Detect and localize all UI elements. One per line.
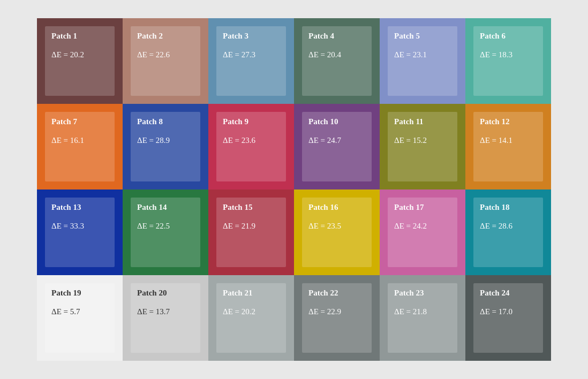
patch-inner-13: Patch 13ΔE = 33.3	[45, 198, 115, 267]
patch-cell-19: Patch 19ΔE = 5.7	[37, 275, 123, 361]
patch-name-13: Patch 13	[51, 203, 81, 212]
patch-grid: Patch 1ΔE = 20.2Patch 2ΔE = 22.6Patch 3Δ…	[33, 14, 555, 365]
patch-name-5: Patch 5	[394, 32, 420, 41]
patch-delta-16: ΔE = 23.5	[308, 222, 341, 231]
patch-delta-7: ΔE = 16.1	[51, 136, 84, 145]
patch-inner-24: Patch 24ΔE = 17.0	[473, 283, 543, 353]
patch-delta-10: ΔE = 24.7	[308, 136, 341, 145]
patch-delta-18: ΔE = 28.6	[480, 222, 512, 231]
patch-cell-5: Patch 5ΔE = 23.1	[380, 18, 465, 104]
patch-delta-15: ΔE = 21.9	[223, 222, 255, 231]
patch-inner-20: Patch 20ΔE = 13.7	[131, 283, 200, 353]
patch-cell-18: Patch 18ΔE = 28.6	[465, 190, 551, 275]
patch-inner-2: Patch 2ΔE = 22.6	[131, 26, 200, 96]
patch-name-20: Patch 20	[137, 289, 167, 298]
patch-cell-12: Patch 12ΔE = 14.1	[465, 104, 551, 190]
patch-delta-19: ΔE = 5.7	[51, 307, 80, 316]
patch-delta-24: ΔE = 17.0	[480, 307, 512, 316]
patch-cell-3: Patch 3ΔE = 27.3	[208, 18, 294, 104]
patch-inner-21: Patch 21ΔE = 20.2	[216, 283, 286, 353]
patch-inner-9: Patch 9ΔE = 23.6	[216, 112, 286, 181]
patch-cell-21: Patch 21ΔE = 20.2	[208, 275, 294, 361]
patch-name-23: Patch 23	[394, 289, 424, 298]
patch-cell-13: Patch 13ΔE = 33.3	[37, 190, 123, 275]
patch-delta-13: ΔE = 33.3	[51, 222, 84, 231]
patch-cell-6: Patch 6ΔE = 18.3	[465, 18, 551, 104]
patch-delta-6: ΔE = 18.3	[480, 50, 512, 59]
patch-delta-8: ΔE = 28.9	[137, 136, 170, 145]
patch-name-24: Patch 24	[480, 289, 509, 298]
patch-cell-20: Patch 20ΔE = 13.7	[123, 275, 208, 361]
patch-delta-2: ΔE = 22.6	[137, 50, 170, 59]
patch-cell-4: Patch 4ΔE = 20.4	[294, 18, 380, 104]
patch-inner-8: Patch 8ΔE = 28.9	[131, 112, 200, 181]
patch-cell-11: Patch 11ΔE = 15.2	[380, 104, 465, 190]
patch-delta-11: ΔE = 15.2	[394, 136, 427, 145]
patch-inner-4: Patch 4ΔE = 20.4	[302, 26, 372, 96]
patch-cell-16: Patch 16ΔE = 23.5	[294, 190, 380, 275]
patch-delta-9: ΔE = 23.6	[223, 136, 255, 145]
patch-inner-19: Patch 19ΔE = 5.7	[45, 283, 115, 353]
patch-delta-20: ΔE = 13.7	[137, 307, 170, 316]
patch-name-22: Patch 22	[308, 289, 338, 298]
patch-delta-4: ΔE = 20.4	[308, 50, 341, 59]
patch-inner-17: Patch 17ΔE = 24.2	[388, 198, 457, 267]
patch-inner-6: Patch 6ΔE = 18.3	[473, 26, 543, 96]
patch-cell-9: Patch 9ΔE = 23.6	[208, 104, 294, 190]
patch-inner-10: Patch 10ΔE = 24.7	[302, 112, 372, 181]
patch-delta-1: ΔE = 20.2	[51, 50, 84, 59]
patch-name-18: Patch 18	[480, 203, 509, 212]
patch-inner-1: Patch 1ΔE = 20.2	[45, 26, 115, 96]
patch-name-3: Patch 3	[223, 32, 248, 41]
patch-inner-15: Patch 15ΔE = 21.9	[216, 198, 286, 267]
patch-name-19: Patch 19	[51, 289, 81, 298]
patch-name-2: Patch 2	[137, 32, 163, 41]
patch-inner-22: Patch 22ΔE = 22.9	[302, 283, 372, 353]
patch-cell-15: Patch 15ΔE = 21.9	[208, 190, 294, 275]
patch-cell-1: Patch 1ΔE = 20.2	[37, 18, 123, 104]
patch-cell-17: Patch 17ΔE = 24.2	[380, 190, 465, 275]
patch-name-6: Patch 6	[480, 32, 506, 41]
patch-delta-21: ΔE = 20.2	[223, 307, 255, 316]
patch-inner-5: Patch 5ΔE = 23.1	[388, 26, 457, 96]
patch-inner-3: Patch 3ΔE = 27.3	[216, 26, 286, 96]
patch-delta-22: ΔE = 22.9	[308, 307, 341, 316]
patch-delta-12: ΔE = 14.1	[480, 136, 512, 145]
patch-delta-5: ΔE = 23.1	[394, 50, 427, 59]
patch-inner-23: Patch 23ΔE = 21.8	[388, 283, 457, 353]
patch-name-14: Patch 14	[137, 203, 167, 212]
patch-name-16: Patch 16	[308, 203, 338, 212]
patch-inner-11: Patch 11ΔE = 15.2	[388, 112, 457, 181]
patch-inner-12: Patch 12ΔE = 14.1	[473, 112, 543, 181]
patch-cell-23: Patch 23ΔE = 21.8	[380, 275, 465, 361]
patch-cell-7: Patch 7ΔE = 16.1	[37, 104, 123, 190]
patch-cell-22: Patch 22ΔE = 22.9	[294, 275, 380, 361]
patch-delta-14: ΔE = 22.5	[137, 222, 170, 231]
patch-name-10: Patch 10	[308, 117, 338, 126]
patch-name-1: Patch 1	[51, 32, 77, 41]
patch-cell-2: Patch 2ΔE = 22.6	[123, 18, 208, 104]
patch-name-12: Patch 12	[480, 117, 509, 126]
patch-inner-7: Patch 7ΔE = 16.1	[45, 112, 115, 181]
patch-inner-18: Patch 18ΔE = 28.6	[473, 198, 543, 267]
patch-name-17: Patch 17	[394, 203, 424, 212]
patch-inner-14: Patch 14ΔE = 22.5	[131, 198, 200, 267]
patch-name-11: Patch 11	[394, 117, 424, 126]
patch-name-4: Patch 4	[308, 32, 334, 41]
patch-name-15: Patch 15	[223, 203, 252, 212]
patch-name-21: Patch 21	[223, 289, 252, 298]
patch-cell-14: Patch 14ΔE = 22.5	[123, 190, 208, 275]
patch-delta-17: ΔE = 24.2	[394, 222, 427, 231]
patch-delta-23: ΔE = 21.8	[394, 307, 427, 316]
patch-name-7: Patch 7	[51, 117, 77, 126]
patch-inner-16: Patch 16ΔE = 23.5	[302, 198, 372, 267]
patch-name-9: Patch 9	[223, 117, 248, 126]
patch-cell-24: Patch 24ΔE = 17.0	[465, 275, 551, 361]
patch-cell-10: Patch 10ΔE = 24.7	[294, 104, 380, 190]
patch-delta-3: ΔE = 27.3	[223, 50, 255, 59]
patch-name-8: Patch 8	[137, 117, 163, 126]
patch-cell-8: Patch 8ΔE = 28.9	[123, 104, 208, 190]
